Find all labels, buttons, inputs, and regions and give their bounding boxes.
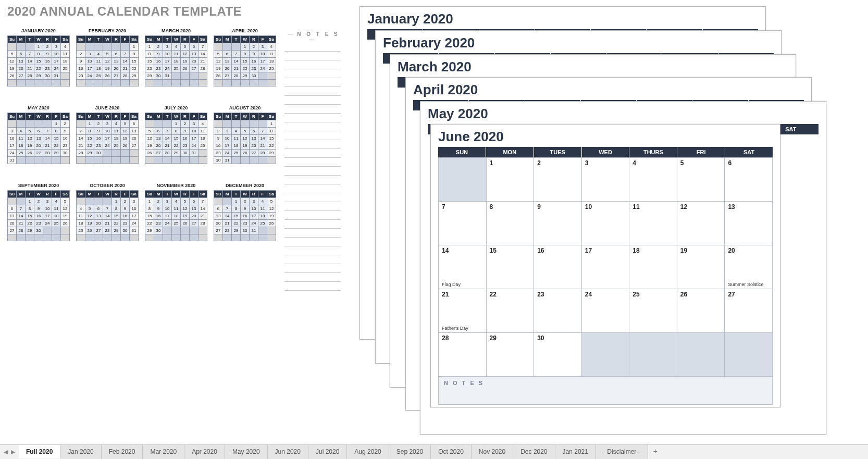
note-line[interactable] [284,264,341,273]
note-line[interactable] [284,176,341,184]
note-line[interactable] [284,96,341,105]
sheet-title: April 2020 [413,82,804,98]
note-line[interactable] [284,158,341,167]
mini-month: MARCH 2020SuMTWRFSa123456789101112131415… [145,28,207,86]
day-cell[interactable]: 23 [534,289,582,333]
day-cell[interactable]: 7 [439,202,487,245]
mini-month: OCTOBER 2020SuMTWRFSa1234567891011121314… [76,183,139,241]
note-line[interactable] [284,238,341,246]
day-cell[interactable]: 9 [534,202,582,245]
day-cell[interactable]: 12 [677,202,725,245]
add-sheet-button[interactable]: + [648,445,663,457]
sheet-tab[interactable]: Aug 2020 [347,445,389,459]
note-line[interactable] [284,105,341,114]
mini-month: SEPTEMBER 2020SuMTWRFSa12345678910111213… [7,183,70,241]
day-cell[interactable]: 4 [629,158,677,202]
note-line[interactable] [284,60,341,69]
mini-month: JANUARY 2020SuMTWRFSa1234567891011121314… [7,28,70,86]
day-cell[interactable]: 16 [534,245,582,289]
note-line[interactable] [284,140,341,149]
sheet-tab[interactable]: Nov 2020 [472,445,513,459]
note-line[interactable] [284,87,341,96]
day-cell[interactable]: 19 [677,245,725,289]
note-line[interactable] [284,43,341,52]
note-line[interactable] [284,255,341,264]
note-line[interactable] [284,184,341,193]
sheet-title: May 2020 [428,106,819,122]
day-cell[interactable]: 18 [629,245,677,289]
day-cell[interactable]: 2 [534,158,582,202]
note-line[interactable] [284,193,341,202]
notes-row[interactable]: N O T E S [438,377,773,405]
sheet-tab[interactable]: Jul 2020 [308,445,347,459]
day-cell[interactable]: 5 [677,158,725,202]
mini-month-title: JULY 2020 [145,105,207,110]
note-line[interactable] [284,229,341,238]
sheet-tab[interactable]: Feb 2020 [102,445,143,459]
note-line[interactable] [284,167,341,176]
day-cell[interactable]: 29 [487,333,535,377]
sheet-title: February 2020 [383,35,774,51]
sheet-tab[interactable]: Apr 2020 [184,445,225,459]
day-cell[interactable]: 15 [487,245,535,289]
note-line[interactable] [284,52,341,60]
day-cell [582,333,630,377]
note-line[interactable] [284,282,341,291]
notes-label: N O T E S [284,31,341,43]
sheet-tab[interactable]: Dec 2020 [513,445,555,459]
day-cell[interactable]: 21Father's Day [439,289,487,333]
note-line[interactable] [284,202,341,211]
day-cell [439,158,487,202]
day-cell[interactable]: 8 [487,202,535,245]
sheet-title: June 2020 [438,129,773,145]
sheet-tab[interactable]: Oct 2020 [431,445,472,459]
sheet-tab[interactable]: Mar 2020 [143,445,184,459]
day-cell [725,333,773,377]
day-cell[interactable]: 30 [534,333,582,377]
tab-nav-next-icon[interactable]: ▶ [9,449,17,455]
day-cell[interactable]: 27 [725,289,773,333]
sheet-tab[interactable]: Full 2020 [19,444,60,458]
sheet-tab[interactable]: May 2020 [225,445,268,459]
day-cell[interactable]: 1 [487,158,535,202]
day-cell[interactable]: 24 [582,289,630,333]
note-line[interactable] [284,149,341,158]
note-line[interactable] [284,114,341,122]
day-cell[interactable]: 6 [725,158,773,202]
day-cell[interactable]: 25 [629,289,677,333]
day-cell[interactable]: 17 [582,245,630,289]
day-cell[interactable]: 14Flag Day [439,245,487,289]
note-line[interactable] [284,122,341,131]
sheet-tab[interactable]: Jun 2020 [268,445,308,459]
day-cell[interactable]: 11 [629,202,677,245]
day-cell[interactable]: 22 [487,289,535,333]
sheet-tab[interactable]: Jan 2020 [60,445,101,459]
sheet-tab[interactable]: Jan 2021 [555,445,596,459]
mini-month-title: OCTOBER 2020 [76,183,139,188]
sheet-title: January 2020 [367,11,758,27]
note-line[interactable] [284,246,341,255]
day-cell[interactable]: 26 [677,289,725,333]
day-cell[interactable]: 3 [582,158,630,202]
mini-month: AUGUST 2020SuMTWRFSa12345678910111213141… [214,105,276,164]
mini-month: JULY 2020SuMTWRFSa1234567891011121314151… [145,105,207,164]
sheet-tab[interactable]: - Disclaimer - [596,445,648,459]
note-line[interactable] [284,273,341,282]
day-cell[interactable]: 10 [582,202,630,245]
note-line[interactable] [284,211,341,220]
sheet-tab[interactable]: Sep 2020 [389,445,431,459]
sheet-title: March 2020 [398,59,788,75]
mini-month: FEBRUARY 2020SuMTWRFSa123456789101112131… [76,28,139,86]
note-line[interactable] [284,78,341,87]
note-line[interactable] [284,131,341,140]
month-sheet-front: June 2020SUNMONTUESWEDTHURSFRISAT1234567… [430,124,780,407]
day-cell[interactable]: 13 [725,202,773,245]
day-cell[interactable]: 20Summer Solstice [725,245,773,289]
mini-month-title: SEPTEMBER 2020 [7,183,70,188]
note-line[interactable] [284,69,341,78]
day-cell[interactable]: 28 [439,333,487,377]
note-line[interactable] [284,220,341,229]
tab-nav-prev-icon[interactable]: ◀ [2,449,9,455]
holiday-label: Summer Solstice [728,282,763,287]
mini-month-title: JANUARY 2020 [7,28,70,33]
